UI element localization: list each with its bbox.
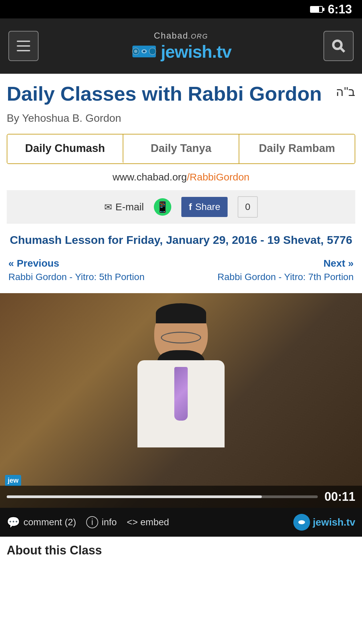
status-bar: 6:13 (0, 0, 362, 18)
rabbi-figure (137, 303, 225, 447)
svg-point-5 (143, 50, 145, 52)
share-bar: ✉ E-mail 📱 f Share 0 (7, 190, 355, 224)
site-header: Chabad.ORG jewish.tv (0, 18, 362, 74)
author-line: By Yehoshua B. Gordon (7, 112, 355, 124)
jewish-tv-logo: jewish.tv (131, 42, 232, 62)
rabbi-head (154, 303, 208, 364)
site-logo: Chabad.ORG jewish.tv (131, 31, 232, 62)
share-count: 0 (238, 196, 258, 218)
facebook-icon: f (189, 202, 192, 212)
next-lesson: Next » Rabbi Gordon - Yitro: 7th Portion (218, 258, 354, 283)
video-bottom-bar: 💬 comment (2) i info <> embed jewish.tv (0, 508, 362, 537)
battery-icon (310, 6, 323, 13)
prev-lesson-title[interactable]: Rabbi Gordon - Yitro: 5th Portion (8, 272, 144, 282)
email-label: E-mail (115, 201, 144, 213)
torah-scroll-icon (131, 42, 158, 61)
page-content: Daily Classes with Rabbi Gordon ב"ה By Y… (0, 74, 362, 283)
rabbi-tie (174, 367, 188, 421)
facebook-share-button[interactable]: f Share (181, 197, 228, 217)
progress-bar[interactable] (7, 495, 318, 498)
next-lesson-title[interactable]: Rabbi Gordon - Yitro: 7th Portion (218, 272, 354, 282)
whatsapp-icon: 📱 (156, 201, 169, 213)
page-title: Daily Classes with Rabbi Gordon (7, 82, 336, 105)
rabbi-body (137, 360, 225, 447)
rabbi-glasses (161, 332, 201, 343)
video-brand: jewish.tv (293, 514, 355, 531)
next-nav-link[interactable]: Next » (218, 258, 354, 269)
share-label: Share (195, 202, 221, 212)
search-button[interactable] (323, 31, 354, 61)
embed-button[interactable]: <> embed (127, 517, 169, 528)
chabad-brand: Chabad.ORG (154, 31, 208, 41)
progress-fill (7, 495, 262, 498)
video-branding: jew (5, 475, 21, 486)
prev-nav-link[interactable]: « Previous (8, 258, 144, 269)
brand-eye (298, 520, 305, 524)
category-tabs: Daily Chumash Daily Tanya Daily Rambam (7, 134, 355, 164)
svg-point-3 (134, 50, 137, 53)
hebrew-label: ב"ה (336, 85, 355, 99)
email-button[interactable]: ✉ E-mail (104, 201, 144, 213)
comment-icon: 💬 (7, 516, 20, 529)
website-link[interactable]: www.chabad.org/RabbiGordon (7, 171, 355, 183)
whatsapp-button[interactable]: 📱 (154, 198, 171, 216)
video-time: 00:11 (324, 490, 355, 504)
lesson-title: Chumash Lesson for Friday, January 29, 2… (7, 232, 355, 248)
status-time: 6:13 (328, 2, 352, 16)
title-row: Daily Classes with Rabbi Gordon ב"ה (7, 82, 355, 105)
info-icon: i (86, 516, 98, 528)
brand-logo-small: jew (5, 475, 21, 486)
tab-tanya[interactable]: Daily Tanya (123, 135, 239, 163)
email-icon: ✉ (104, 202, 112, 213)
brand-name-label: jewish.tv (313, 517, 355, 528)
tab-chumash[interactable]: Daily Chumash (7, 135, 123, 163)
video-controls: 00:11 (0, 486, 362, 508)
video-player[interactable]: jew 00:11 (0, 293, 362, 508)
about-title: About this Class (7, 543, 355, 557)
menu-button[interactable] (8, 31, 39, 61)
info-label: info (102, 517, 117, 528)
about-section: About this Class (0, 537, 362, 564)
info-button[interactable]: i info (86, 516, 117, 528)
search-icon (331, 39, 346, 53)
svg-line-7 (340, 48, 344, 52)
svg-point-2 (149, 48, 156, 55)
prev-lesson: « Previous Rabbi Gordon - Yitro: 5th Por… (8, 258, 144, 283)
tab-rambam[interactable]: Daily Rambam (239, 135, 355, 163)
brand-circle-icon (293, 514, 310, 531)
website-path: /RabbiGordon (187, 171, 250, 182)
lesson-navigation: « Previous Rabbi Gordon - Yitro: 5th Por… (7, 258, 355, 283)
jewish-tv-text: jewish.tv (161, 42, 232, 62)
rabbi-hair (156, 303, 206, 323)
embed-label: <> embed (127, 517, 169, 528)
svg-point-6 (333, 41, 342, 49)
website-domain: www.chabad.org (113, 171, 187, 182)
comment-button[interactable]: 💬 comment (2) (7, 516, 76, 529)
progress-row: 00:11 (7, 490, 355, 504)
video-thumbnail (0, 293, 362, 508)
comment-label: comment (2) (23, 517, 76, 528)
